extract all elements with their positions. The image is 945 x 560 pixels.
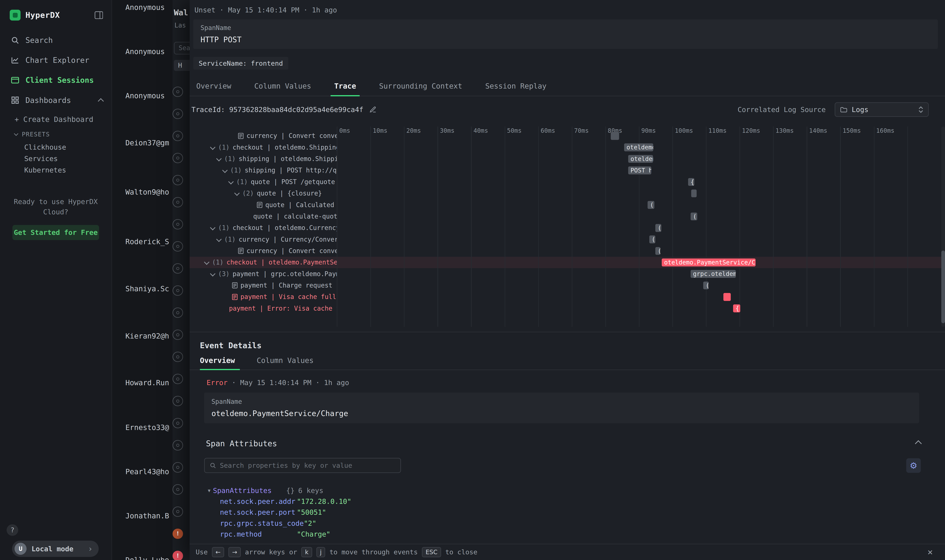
sidebar-item-kubernetes[interactable]: Kubernetes [24,164,111,176]
attribute-search-input[interactable] [220,462,396,469]
trace-span-bar[interactable]: oteldemo [628,155,653,163]
sidebar-collapse-icon[interactable] [95,11,103,19]
session-list-item[interactable]: Anonymous [125,91,165,100]
trace-span-bar[interactable]: grpc.oteldemo. [691,270,736,278]
trace-row[interactable]: (1)checkout | oteldemo.CurrencySe… [190,222,337,234]
attribute-row[interactable]: net.sock.peer.port"50051" [220,507,945,518]
session-event-icon[interactable] [173,87,183,97]
trace-row[interactable]: (1)checkout | oteldemo.PaymentServi… [190,257,337,268]
session-event-icon[interactable] [173,219,183,229]
session-list-item[interactable]: Walton9@ho [125,188,169,196]
trace-row[interactable]: (1)quote | POST /getquote [190,176,337,188]
expand-chevron-icon[interactable] [222,168,228,173]
log-source-select[interactable]: Logs [835,102,928,117]
trace-span-bar[interactable]: ( [655,224,661,232]
sidebar-item-chart-explorer[interactable]: Chart Explorer [0,50,111,70]
sidebar-item-dashboards[interactable]: Dashboards [0,90,111,110]
session-event-icon[interactable] [173,374,183,384]
trace-row[interactable]: payment | Charge request rec… [190,280,337,291]
sidebar-item-client-sessions[interactable]: Client Sessions [0,70,111,90]
attribute-row[interactable]: net.sock.peer.addr"172.28.0.10" [220,496,945,507]
service-badge[interactable]: ServiceName: frontend [193,57,288,69]
trace-row[interactable]: (1)shipping | POST http://quo… [190,165,337,176]
session-event-icon[interactable] [173,352,183,362]
create-dashboard-button[interactable]: + Create Dashboard [15,115,111,124]
session-list-item[interactable]: Shaniya.Sc [125,285,169,293]
session-event-icon[interactable] [173,506,183,517]
expand-chevron-icon[interactable] [210,145,216,150]
expand-chevron-icon[interactable] [234,191,240,196]
session-event-icon[interactable] [173,285,183,296]
event-tab-overview[interactable]: Overview [200,354,235,369]
edit-icon[interactable] [369,106,376,113]
session-red-alert-icon[interactable]: ! [173,551,183,560]
session-list-item[interactable]: Jonathan.B [125,512,169,520]
settings-button[interactable]: ⚙ [906,458,921,473]
session-list-item[interactable]: Roderick_S [125,237,169,246]
help-button[interactable]: ? [6,525,18,536]
trace-row[interactable]: currency | Convert convers… [190,245,337,257]
expand-chevron-icon[interactable] [216,156,222,162]
session-orange-alert-icon[interactable]: ! [173,529,183,539]
trace-span-bar[interactable]: ( [655,247,660,255]
session-event-icon[interactable] [173,484,183,494]
attribute-root-row[interactable]: ▾ SpanAttributes {} 6 keys [208,485,945,496]
trace-row[interactable]: quote | calculate-quote [190,211,337,222]
tab-session-replay[interactable]: Session Replay [485,77,547,96]
session-list-item[interactable]: Pearl43@ho [125,468,169,476]
session-list-item[interactable]: Anonymous [125,47,165,56]
trace-row[interactable]: (1)checkout | oteldemo.ShippingSe… [190,142,337,153]
expand-chevron-icon[interactable] [216,237,222,242]
trace-span-bar[interactable]: ( [647,201,654,209]
scrollbar-thumb[interactable] [941,251,945,323]
expand-chevron-icon[interactable] [204,260,210,265]
trace-span-bar[interactable]: { [733,305,740,312]
tab-trace[interactable]: Trace [334,77,356,96]
session-event-icon[interactable] [173,153,183,163]
trace-span-bar[interactable] [691,189,697,197]
session-event-icon[interactable] [173,440,183,450]
expand-chevron-icon[interactable] [210,225,216,231]
trace-span-bar[interactable]: ( [649,235,655,243]
session-list-item[interactable]: Kieran92@h [125,332,169,340]
session-event-icon[interactable] [173,109,183,119]
session-event-icon[interactable] [173,131,183,141]
sidebar-item-search[interactable]: Search [0,30,111,50]
waterfall-scrollbar[interactable] [941,126,945,327]
close-button[interactable]: × [927,548,933,557]
trace-span-bar[interactable]: { [688,178,694,186]
trace-span-bar[interactable]: oteldemo. [624,143,654,151]
trace-span-bar[interactable]: ( [691,212,697,220]
attribute-row[interactable]: rpc.method"Charge" [220,529,945,540]
trace-row[interactable]: (1)shipping | oteldemo.Shipping… [190,153,337,165]
session-event-icon[interactable] [173,329,183,340]
get-started-button[interactable]: Get Started for Free [12,225,99,240]
trace-row[interactable]: quote | Calculated q… [190,199,337,211]
session-event-icon[interactable] [173,263,183,274]
trace-span-bar[interactable]: oteldemo.PaymentService/Char [662,258,756,266]
sidebar-item-clickhouse[interactable]: Clickhouse [24,142,111,153]
expand-chevron-icon[interactable] [228,179,234,185]
trace-span-bar[interactable]: ( [703,282,709,289]
session-event-icon[interactable] [173,241,183,252]
attribute-row[interactable]: rpc.grpc.status_code"2" [220,518,945,529]
session-event-icon[interactable] [173,175,183,185]
session-list-item[interactable]: Ernesto33@ [125,423,169,432]
collapse-section-icon[interactable] [915,440,922,447]
session-event-icon[interactable] [173,308,183,318]
tab-column-values[interactable]: Column Values [254,77,311,96]
trace-row[interactable]: (3)payment | grpc.oteldemo.Paymen… [190,268,337,280]
trace-span-bar[interactable]: POST ht [628,166,651,174]
trace-row[interactable]: payment | Visa cache full: c… [190,291,337,303]
session-list-item[interactable]: Howard.Run [125,378,169,387]
presets-toggle[interactable]: PRESETS [15,131,111,138]
session-event-icon[interactable] [173,462,183,472]
session-event-icon[interactable] [173,197,183,207]
sidebar-item-services[interactable]: Services [24,153,111,164]
trace-span-bar[interactable] [723,293,731,301]
tab-surrounding-context[interactable]: Surrounding Context [379,77,462,96]
local-mode-button[interactable]: U Local mode › [12,541,99,557]
tab-overview[interactable]: Overview [196,77,231,96]
trace-row[interactable]: (2)quote | {closure} [190,188,337,199]
event-tab-column-values[interactable]: Column Values [257,354,313,369]
